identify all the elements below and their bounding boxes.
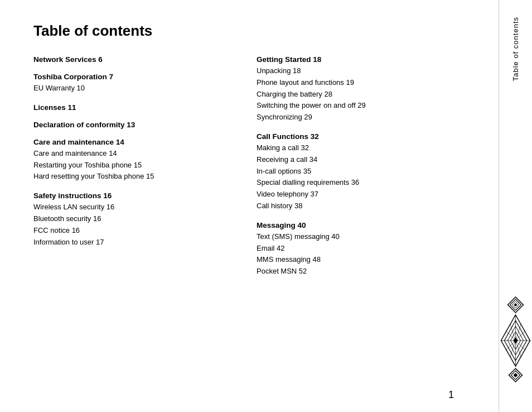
toc-item-synchronizing: Synchronizing 29 (257, 112, 457, 123)
columns-wrapper: Network Services 6 Toshiba Corporation 7… (33, 55, 487, 286)
toc-header-care: Care and maintenance 14 (33, 138, 234, 146)
toc-section-declaration: Declaration of conformity 13 (33, 121, 234, 129)
svg-marker-14 (514, 337, 518, 344)
svg-marker-3 (514, 303, 518, 306)
page-number: 1 (448, 389, 454, 401)
toc-header-toshiba: Toshiba Corporation 7 (33, 73, 234, 81)
toc-item-bluetooth: Bluetooth security 16 (33, 213, 234, 225)
diamond-decoration (500, 295, 531, 384)
right-column: Getting Started 18 Unpacking 18 Phone la… (257, 55, 457, 286)
toc-header-messaging: Messaging 40 (257, 221, 457, 229)
toc-item-pocket-msn: Pocket MSN 52 (257, 266, 457, 277)
main-content: Table of contents Network Services 6 Tos… (0, 0, 499, 412)
toc-section-safety: Safety instructions 16 Wireless LAN secu… (33, 191, 234, 248)
toc-item-info-user: Information to user 17 (33, 237, 234, 248)
toc-item-switching-power: Switching the power on and off 29 (257, 100, 457, 112)
toc-item-unpacking: Unpacking 18 (257, 65, 457, 77)
toc-item-video-telephony: Video telephony 37 (257, 189, 457, 200)
toc-item-charging: Charging the battery 28 (257, 89, 457, 100)
toc-item-receiving-call: Receiving a call 34 (257, 154, 457, 166)
page-title: Table of contents (33, 22, 487, 40)
right-sidebar: Table of contents (499, 0, 532, 412)
page-container: Table of contents Network Services 6 Tos… (0, 0, 532, 412)
toc-item-email: Email 42 (257, 243, 457, 255)
toc-section-toshiba: Toshiba Corporation 7 EU Warranty 10 (33, 73, 234, 94)
toc-section-care: Care and maintenance 14 Care and mainten… (33, 138, 234, 183)
toc-item-care-14: Care and maintenance 14 (33, 148, 234, 160)
toc-item-incall-options: In-call options 35 (257, 166, 457, 178)
toc-item-call-history: Call history 38 (257, 200, 457, 212)
toc-item-sms: Text (SMS) messaging 40 (257, 231, 457, 243)
toc-item-restarting: Restarting your Toshiba phone 15 (33, 160, 234, 171)
toc-header-safety: Safety instructions 16 (33, 191, 234, 200)
toc-header-declaration: Declaration of conformity 13 (33, 121, 234, 129)
toc-section-network-services: Network Services 6 (33, 55, 234, 64)
toc-header-getting-started: Getting Started 18 (257, 55, 457, 64)
toc-section-messaging: Messaging 40 Text (SMS) messaging 40 Ema… (257, 221, 457, 277)
toc-header-call-functions: Call Functions 32 (257, 132, 457, 141)
toc-header-licenses: Licenses 11 (33, 103, 234, 112)
toc-item-fcc: FCC notice 16 (33, 225, 234, 237)
left-column: Network Services 6 Toshiba Corporation 7… (33, 55, 234, 286)
diamond-svg (500, 295, 531, 384)
sidebar-label: Table of contents (511, 17, 520, 81)
toc-item-making-call: Making a call 32 (257, 142, 457, 154)
toc-section-licenses: Licenses 11 (33, 103, 234, 112)
toc-section-call-functions: Call Functions 32 Making a call 32 Recei… (257, 132, 457, 212)
toc-item-wireless-lan: Wireless LAN security 16 (33, 202, 234, 213)
toc-section-getting-started: Getting Started 18 Unpacking 18 Phone la… (257, 55, 457, 123)
toc-item-mms: MMS messaging 48 (257, 254, 457, 266)
svg-marker-17 (514, 373, 518, 377)
toc-item-eu-warranty: EU Warranty 10 (33, 83, 234, 94)
toc-item-hard-reset: Hard resetting your Toshiba phone 15 (33, 171, 234, 183)
toc-item-special-dialling: Special dialling requirements 36 (257, 177, 457, 189)
toc-item-phone-layout: Phone layout and functions 19 (257, 77, 457, 89)
toc-header-network-services: Network Services 6 (33, 55, 234, 64)
